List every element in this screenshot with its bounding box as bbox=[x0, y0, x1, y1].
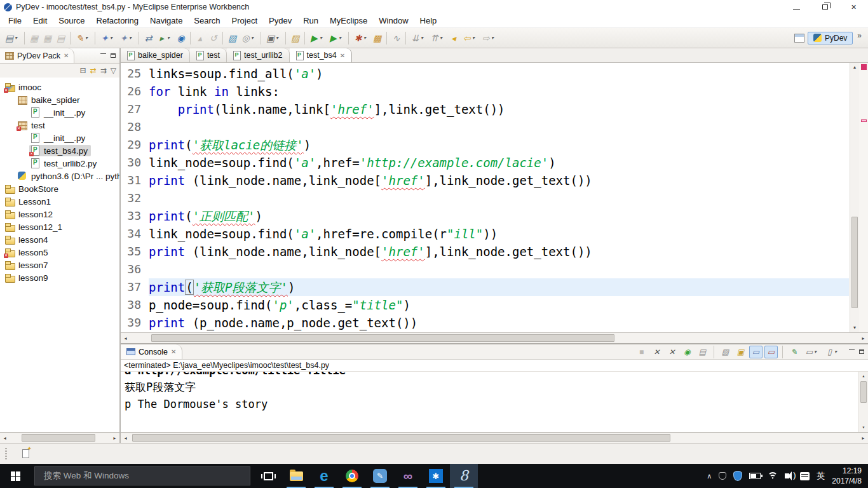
editor-horizontal-scrollbar[interactable]: ◂ ▸ bbox=[121, 332, 868, 343]
editor-vertical-scrollbar[interactable]: ▴ ▾ bbox=[850, 63, 859, 332]
scroll-left-icon[interactable]: ◂ bbox=[121, 333, 130, 343]
tree-item-init-py[interactable]: __init__.py bbox=[0, 106, 119, 119]
tree-item-test[interactable]: ✕test bbox=[0, 119, 119, 132]
clear-console-button[interactable]: ▧ bbox=[719, 346, 732, 358]
dropdown-arrow-icon[interactable]: ▾ bbox=[15, 35, 20, 41]
scroll-down-icon[interactable]: ▾ bbox=[859, 423, 868, 432]
taskbar-myeclipse-button[interactable]: 8 bbox=[450, 464, 478, 488]
print-button[interactable]: ▤ bbox=[54, 30, 67, 46]
close-button[interactable]: × bbox=[839, 0, 868, 14]
dropdown-arrow-icon[interactable]: ▾ bbox=[85, 35, 91, 41]
remove-launch-button[interactable]: ✕ bbox=[650, 346, 663, 358]
editor-tab-test-bs4[interactable]: test_bs4✕ bbox=[290, 48, 353, 62]
dropdown-arrow-icon[interactable]: ▾ bbox=[814, 349, 819, 355]
menu-source[interactable]: Source bbox=[53, 16, 90, 25]
dropdown-arrow-icon[interactable]: ▾ bbox=[251, 35, 257, 41]
new-tip-icon[interactable] bbox=[22, 449, 29, 458]
web-browser-button[interactable]: ◉ bbox=[174, 30, 187, 46]
dropdown-arrow-icon[interactable]: ▾ bbox=[472, 35, 478, 41]
editor-tab-baike-spider[interactable]: baike_spider bbox=[121, 48, 190, 62]
report-search-button[interactable]: ◎▾ bbox=[239, 30, 258, 46]
perspective-pydev-button[interactable]: PyDev bbox=[808, 32, 853, 44]
dropdown-arrow-icon[interactable]: ▾ bbox=[320, 35, 325, 41]
console-output[interactable]: a http://example.com/tillie Tillie获取P段落文… bbox=[121, 372, 868, 432]
minimize-view-icon[interactable] bbox=[849, 349, 855, 350]
view-menu-icon[interactable]: ▽ bbox=[111, 66, 116, 75]
console-view-tab[interactable]: Console ✕ bbox=[121, 344, 182, 359]
overview-ruler[interactable] bbox=[859, 63, 868, 332]
scroll-down-icon[interactable]: ▾ bbox=[850, 323, 859, 332]
tree-item-bookstore[interactable]: BookStore bbox=[0, 182, 119, 195]
code-line-29[interactable]: 29print('获取lacie的链接') bbox=[121, 136, 849, 154]
dropdown-arrow-icon[interactable]: ▾ bbox=[167, 35, 173, 41]
save-button[interactable]: ▦ bbox=[27, 30, 41, 46]
taskbar-visual-studio-button[interactable]: ∞ bbox=[394, 464, 422, 488]
coverage-button[interactable]: ▶▾ bbox=[327, 30, 346, 46]
tree-item-lesson4[interactable]: lesson4 bbox=[0, 233, 119, 246]
tree-item-baike-spider[interactable]: baike_spider bbox=[0, 93, 119, 106]
taskbar-chrome-button[interactable] bbox=[338, 464, 366, 488]
dropdown-arrow-icon[interactable]: ▾ bbox=[363, 35, 369, 41]
code-line-32[interactable]: 32 bbox=[121, 189, 849, 207]
terminate-button[interactable]: ■ bbox=[635, 346, 648, 358]
volume-icon[interactable] bbox=[785, 473, 789, 478]
code-line-39[interactable]: 39print (p_node.name,p_node.get_text()) bbox=[121, 314, 849, 332]
security-shield-icon[interactable] bbox=[733, 471, 742, 481]
pen-input-icon[interactable] bbox=[719, 472, 726, 480]
pin-console-button[interactable]: ✎ bbox=[787, 346, 801, 358]
console-vertical-scrollbar[interactable]: ▴▾ bbox=[858, 372, 868, 432]
tree-item-lesson1[interactable]: Lesson1 bbox=[0, 195, 119, 208]
code-line-25[interactable]: 25links=soup.find_all('a') bbox=[121, 65, 849, 83]
close-icon[interactable]: ✕ bbox=[64, 52, 69, 59]
last-edit-location-button[interactable]: ◂ bbox=[447, 30, 460, 46]
run-on-server-button[interactable]: ▸▾ bbox=[155, 30, 174, 46]
new-myeclipse-file-button[interactable]: ✎▾ bbox=[73, 30, 92, 46]
tree-item-lesson12-1[interactable]: lesson12_1 bbox=[0, 220, 119, 233]
maximize-view-icon[interactable] bbox=[859, 349, 864, 354]
toolbar-overflow-chevron[interactable]: » bbox=[856, 31, 863, 45]
show-on-stdout-button[interactable]: ▭ bbox=[749, 346, 763, 358]
scroll-up-icon[interactable]: ▴ bbox=[850, 63, 859, 72]
explorer-view-tab[interactable]: PyDev Pack ✕ bbox=[0, 48, 74, 63]
menu-help[interactable]: Help bbox=[414, 16, 443, 25]
taskbar-clock[interactable]: 12:19 2017/4/8 bbox=[832, 466, 862, 486]
code-line-27[interactable]: 27 print(link.name,link['href'],link.get… bbox=[121, 100, 849, 118]
export-button[interactable]: ▴ bbox=[193, 30, 207, 46]
scroll-lock-button[interactable]: ▣ bbox=[734, 346, 747, 358]
open-perspective-icon[interactable] bbox=[794, 34, 804, 43]
tree-item-lesson5[interactable]: ✕lesson5 bbox=[0, 246, 119, 259]
dropdown-arrow-icon[interactable]: ▾ bbox=[421, 35, 426, 41]
save-all-button[interactable]: ▦ bbox=[41, 30, 54, 46]
dropdown-arrow-icon[interactable]: ▾ bbox=[339, 35, 344, 41]
dropdown-arrow-icon[interactable]: ▾ bbox=[491, 35, 497, 41]
maximize-view-icon[interactable] bbox=[111, 53, 116, 58]
restore-button[interactable] bbox=[811, 0, 839, 14]
dropdown-arrow-icon[interactable]: ▾ bbox=[276, 35, 281, 41]
dropdown-arrow-icon[interactable]: ▾ bbox=[440, 35, 445, 41]
scroll-right-icon[interactable]: ▸ bbox=[858, 433, 868, 443]
editor-tab-test-urllib2[interactable]: test_urllib2 bbox=[227, 48, 289, 62]
editor-tab-test[interactable]: test bbox=[190, 48, 227, 62]
import-folder-button[interactable]: ▨ bbox=[288, 30, 302, 46]
minimize-view-icon[interactable] bbox=[100, 53, 106, 54]
new-wizard-button[interactable]: ▤▾ bbox=[3, 30, 22, 46]
start-button[interactable] bbox=[0, 464, 31, 488]
tree-item-lesson7[interactable]: lesson7 bbox=[0, 259, 119, 271]
wifi-icon[interactable] bbox=[768, 472, 778, 480]
menu-project[interactable]: Project bbox=[226, 16, 263, 25]
display-console-button[interactable]: ▭▾ bbox=[803, 346, 821, 358]
menu-file[interactable]: File bbox=[3, 16, 27, 25]
open-resource-button[interactable]: ▩ bbox=[370, 30, 384, 46]
remove-all-launches-button[interactable]: ✕ bbox=[665, 346, 679, 358]
view-filters-icon[interactable]: ⇉ bbox=[100, 66, 107, 75]
tree-item-lesson12[interactable]: lesson12 bbox=[0, 208, 119, 220]
taskbar-file-explorer-button[interactable] bbox=[282, 464, 310, 488]
menu-search[interactable]: Search bbox=[188, 16, 226, 25]
menu-window[interactable]: Window bbox=[373, 16, 414, 25]
annotation-marker[interactable] bbox=[861, 119, 867, 122]
close-icon[interactable]: ✕ bbox=[340, 52, 345, 59]
minimize-button[interactable] bbox=[782, 0, 811, 14]
tree-item-test-urllib2-py[interactable]: test_urllib2.py bbox=[0, 157, 119, 170]
link-with-editor-icon[interactable]: ⇄ bbox=[90, 66, 97, 75]
relaunch-button[interactable]: ◉ bbox=[681, 346, 694, 358]
